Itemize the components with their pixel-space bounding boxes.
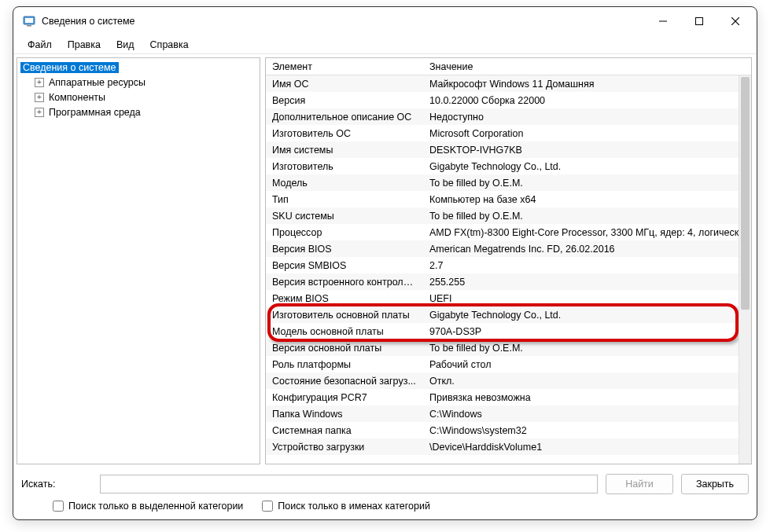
menu-file[interactable]: Файл <box>20 38 60 52</box>
list-row[interactable]: Конфигурация PCR7Привязка невозможна <box>266 389 751 405</box>
cell-value: Привязка невозможна <box>423 392 751 403</box>
list-row[interactable]: Версия основной платыTo be filled by O.E… <box>266 339 751 356</box>
cell-element: Папка Windows <box>266 409 423 420</box>
close-button[interactable] <box>717 9 753 34</box>
cell-element: Роль платформы <box>266 359 423 370</box>
tree-node-label: Программная среда <box>49 107 141 118</box>
find-button[interactable]: Найти <box>606 474 673 494</box>
tree-root-label: Сведения о системе <box>20 62 119 73</box>
svg-line-6 <box>731 17 739 25</box>
list-row[interactable]: Состояние безопасной загруз...Откл. <box>266 372 751 389</box>
list-row[interactable]: Версия10.0.22000 Сборка 22000 <box>266 92 751 108</box>
checkbox-selected-category[interactable]: Поиск только в выделенной категории <box>53 501 243 512</box>
list-row[interactable]: МодельTo be filled by O.E.M. <box>266 174 751 191</box>
maximize-button[interactable] <box>681 9 717 34</box>
search-input[interactable] <box>100 475 598 493</box>
tree-node[interactable]: +Компоненты <box>17 90 260 105</box>
cell-value: 2.7 <box>423 260 751 271</box>
list-row[interactable]: Системная папкаC:\Windows\system32 <box>266 422 751 438</box>
cell-value: Откл. <box>423 376 751 387</box>
cell-element: Изготовитель ОС <box>266 128 423 139</box>
list-row[interactable]: Устройство загрузки\Device\HarddiskVolum… <box>266 438 751 455</box>
list-header[interactable]: Элемент Значение <box>266 58 751 75</box>
cell-element: Устройство загрузки <box>266 442 423 453</box>
tree-node-label: Компоненты <box>49 92 105 103</box>
list-row[interactable]: Роль платформыРабочий стол <box>266 356 751 372</box>
list-row[interactable]: Имя ОСМайкрософт Windows 11 Домашняя <box>266 75 751 92</box>
cell-value: AMD FX(tm)-8300 Eight-Core Processor, 33… <box>423 227 751 238</box>
svg-rect-4 <box>696 18 703 25</box>
menubar: Файл Правка Вид Справка <box>13 35 757 54</box>
footer: Искать: Найти Закрыть Поиск только в выд… <box>13 468 757 519</box>
cell-value: 255.255 <box>423 277 751 288</box>
tree-node[interactable]: +Программная среда <box>17 105 260 119</box>
list-row[interactable]: ПроцессорAMD FX(tm)-8300 Eight-Core Proc… <box>266 224 751 240</box>
column-value[interactable]: Значение <box>423 58 751 75</box>
vertical-scrollbar[interactable] <box>739 75 751 464</box>
cell-value: Недоступно <box>423 112 751 123</box>
list-row[interactable]: Версия BIOSAmerican Megatrends Inc. FD, … <box>266 240 751 257</box>
cell-value: C:\Windows <box>423 409 751 420</box>
cell-element: Модель основной платы <box>266 326 423 337</box>
cell-element: Модель <box>266 178 423 189</box>
content-area: Сведения о системе +Аппаратные ресурсы+К… <box>13 54 757 468</box>
checkbox-names-only-input[interactable] <box>262 501 273 512</box>
svg-rect-2 <box>27 25 31 27</box>
plus-icon[interactable]: + <box>35 78 44 87</box>
list-row[interactable]: ИзготовительGigabyte Technology Co., Ltd… <box>266 158 751 174</box>
minimize-button[interactable] <box>645 9 681 34</box>
column-element[interactable]: Элемент <box>266 58 423 75</box>
cell-element: SKU системы <box>266 211 423 222</box>
tree-node-label: Аппаратные ресурсы <box>49 77 146 88</box>
plus-icon[interactable]: + <box>35 93 44 102</box>
cell-element: Дополнительное описание ОС <box>266 112 423 123</box>
cell-element: Процессор <box>266 227 423 238</box>
checkbox-selected-category-input[interactable] <box>53 501 64 512</box>
cell-element: Имя ОС <box>266 79 423 90</box>
cell-element: Изготовитель основной платы <box>266 310 423 321</box>
navigation-tree[interactable]: Сведения о системе +Аппаратные ресурсы+К… <box>17 57 260 464</box>
list-body[interactable]: Имя ОСМайкрософт Windows 11 ДомашняяВерс… <box>266 75 751 464</box>
cell-value: To be filled by O.E.M. <box>423 211 751 222</box>
plus-icon[interactable]: + <box>35 108 44 117</box>
checkbox-selected-category-label: Поиск только в выделенной категории <box>68 501 243 512</box>
cell-element: Тип <box>266 194 423 205</box>
list-row[interactable]: Дополнительное описание ОСНедоступно <box>266 108 751 125</box>
list-row[interactable]: Изготовитель ОСMicrosoft Corporation <box>266 125 751 141</box>
cell-element: Версия <box>266 95 423 106</box>
svg-line-5 <box>731 17 739 25</box>
checkbox-names-only[interactable]: Поиск только в именах категорий <box>262 501 430 512</box>
cell-value: Gigabyte Technology Co., Ltd. <box>423 161 751 172</box>
menu-edit[interactable]: Правка <box>60 38 109 52</box>
list-row[interactable]: Версия SMBIOS2.7 <box>266 257 751 273</box>
cell-value: To be filled by O.E.M. <box>423 343 751 354</box>
cell-value: 10.0.22000 Сборка 22000 <box>423 95 751 106</box>
tree-root[interactable]: Сведения о системе <box>17 60 260 75</box>
list-row[interactable]: Модель основной платы970A-DS3P <box>266 323 751 339</box>
cell-value: \Device\HarddiskVolume1 <box>423 442 751 453</box>
titlebar[interactable]: Сведения о системе <box>13 7 757 35</box>
list-row[interactable]: Папка WindowsC:\Windows <box>266 405 751 422</box>
list-row[interactable]: Режим BIOSUEFI <box>266 290 751 306</box>
menu-view[interactable]: Вид <box>109 38 142 52</box>
list-row[interactable]: SKU системыTo be filled by O.E.M. <box>266 207 751 224</box>
list-row[interactable]: Изготовитель основной платыGigabyte Tech… <box>266 306 751 323</box>
list-row[interactable]: Версия встроенного контролл...255.255 <box>266 273 751 290</box>
scrollbar-thumb[interactable] <box>741 77 750 310</box>
close-search-button[interactable]: Закрыть <box>681 474 749 494</box>
cell-value: Майкрософт Windows 11 Домашняя <box>423 79 751 90</box>
app-icon <box>23 15 35 28</box>
checkbox-names-only-label: Поиск только в именах категорий <box>278 501 430 512</box>
tree-node[interactable]: +Аппаратные ресурсы <box>17 75 260 90</box>
details-list: Элемент Значение Имя ОСМайкрософт Window… <box>265 57 752 464</box>
cell-value: Компьютер на базе x64 <box>423 194 751 205</box>
app-window: Сведения о системе Файл Правка Вид Справ… <box>13 6 757 520</box>
cell-value: Gigabyte Technology Co., Ltd. <box>423 310 751 321</box>
cell-value: Рабочий стол <box>423 359 751 370</box>
list-row[interactable]: ТипКомпьютер на базе x64 <box>266 191 751 207</box>
menu-help[interactable]: Справка <box>142 38 197 52</box>
list-row[interactable]: Имя системыDESKTOP-IVHG7KB <box>266 141 751 158</box>
cell-value: 970A-DS3P <box>423 326 751 337</box>
search-label: Искать: <box>21 479 92 490</box>
cell-element: Версия BIOS <box>266 244 423 255</box>
